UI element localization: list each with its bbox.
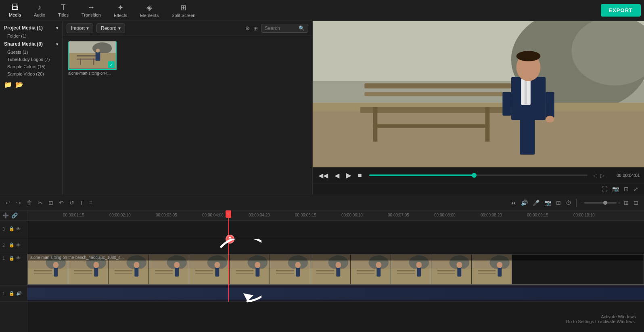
track-number-2: 2 (2, 243, 7, 248)
cut-button[interactable]: ✂ (36, 199, 44, 207)
svg-rect-97 (397, 270, 415, 271)
video-clip[interactable]: alone-man-sitting-on-the-bench_4noqujuc_… (27, 254, 644, 285)
ruler-mark-9: 00:00:08:20 (481, 213, 502, 217)
sidebar-tubebuddy[interactable]: TubeBuddy Logos (7) (0, 56, 62, 63)
screenshot-button[interactable]: 📷 (611, 185, 621, 193)
svg-rect-17 (364, 92, 511, 97)
project-media-header[interactable]: Project Media (1) ▾ (0, 23, 62, 32)
clip-header: alone-man-sitting-on-the-bench_4noqujuc_… (28, 254, 644, 261)
play-button[interactable]: ▶ (344, 170, 353, 181)
toolbar-elements[interactable]: ◈ Elements (134, 2, 164, 19)
audio-button[interactable]: 🔊 (519, 199, 529, 207)
rewind-button[interactable]: ◀◀ (317, 171, 330, 180)
fullscreen-button[interactable]: ⛶ (600, 185, 609, 193)
toolbar-split-screen[interactable]: ⊞ Split Screen (166, 2, 201, 19)
search-icon: 🔍 (299, 25, 305, 31)
toolbar-effects[interactable]: ✦ Effects (108, 2, 133, 19)
shared-media-label: Shared Media (8) (4, 41, 43, 47)
sidebar-folder[interactable]: Folder (1) (0, 32, 62, 40)
zoom-minus-icon: − (580, 200, 582, 205)
folder-icon[interactable]: 📁 (4, 81, 12, 88)
thumb-checkmark: ✓ (108, 61, 115, 68)
svg-point-93 (376, 262, 381, 268)
aspect-ratio-button[interactable]: ⊡ (622, 185, 630, 193)
toolbar-transition[interactable]: ↔ Transition (76, 2, 107, 19)
playhead-split-button[interactable] (226, 235, 234, 244)
ruler-mark-6: 00:00:06:10 (341, 213, 363, 217)
svg-rect-83 (316, 270, 335, 271)
timeline-ruler: 00:00:01:15 00:00:02:10 00:00:03:05 00:0… (27, 210, 644, 221)
volume-icon-audio[interactable]: 🔊 (16, 291, 22, 296)
link-icon[interactable]: 🔗 (11, 212, 18, 219)
search-input[interactable] (265, 25, 297, 31)
shared-media-header[interactable]: Shared Media (8) ▾ (0, 40, 62, 48)
svg-rect-105 (437, 273, 456, 274)
new-folder-icon[interactable]: 📂 (15, 81, 23, 88)
zoom-slider[interactable] (584, 202, 617, 204)
media-thumb-clip[interactable]: ☰ ✓ alone-man-sitting-on-t... (68, 42, 117, 76)
sidebar-guests[interactable]: Guests (1) (0, 48, 62, 56)
svg-rect-49 (115, 273, 133, 274)
timeline-tracks-content[interactable]: 00:00:01:15 00:00:02:10 00:00:03:05 00:0… (27, 210, 644, 332)
media-content: ☰ ✓ alone-man-sitting-on-t... (63, 36, 312, 195)
svg-rect-4 (77, 55, 98, 57)
svg-rect-16 (364, 83, 511, 88)
svg-rect-56 (155, 273, 173, 274)
ruler-mark-11: 00:00:10:10 (573, 213, 595, 217)
toolbar-elements-label: Elements (140, 13, 159, 18)
play-back-button[interactable]: ⏮ (509, 199, 518, 207)
expand-button[interactable]: ⤢ (632, 185, 640, 193)
transition-icon: ↔ (88, 3, 95, 12)
import-button[interactable]: Import ▾ (67, 23, 93, 33)
svg-point-114 (497, 262, 502, 268)
track-row-3 (27, 221, 644, 237)
lock-icon-2[interactable]: 🔒 (9, 242, 15, 248)
pip-button[interactable]: ⊡ (554, 199, 562, 207)
title-button[interactable]: T (78, 199, 85, 207)
svg-rect-34 (34, 270, 52, 271)
record-label: Record (101, 25, 117, 31)
playhead-line[interactable] (228, 210, 229, 302)
svg-point-79 (295, 262, 301, 268)
record-button[interactable]: Record ▾ (96, 23, 125, 33)
sidebar: Project Media (1) ▾ Folder (1) Shared Me… (0, 21, 63, 195)
export-button[interactable]: EXPORT (601, 4, 641, 17)
toolbar-audio-label: Audio (34, 13, 45, 17)
sidebar-sample-video[interactable]: Sample Video (20) (0, 70, 62, 78)
eye-icon-1[interactable]: 👁 (16, 256, 21, 261)
snapshot-button[interactable]: 📷 (543, 199, 553, 207)
toolbar-audio[interactable]: ♪ Audio (28, 2, 51, 19)
zoom-fit-button[interactable]: ⊞ (622, 199, 630, 207)
history-button[interactable]: ↶ (57, 199, 65, 207)
list-button[interactable]: ≡ (88, 199, 94, 207)
progress-bar[interactable] (369, 174, 588, 176)
svg-point-29 (546, 116, 554, 122)
media-toolbar: Import ▾ Record ▾ ⚙ ⊞ 🔍 (63, 21, 312, 36)
layout-button[interactable]: ⊟ (632, 199, 640, 207)
lock-icon-3[interactable]: 🔒 (9, 226, 15, 231)
stop-button[interactable]: ■ (356, 171, 364, 180)
delete-button[interactable]: 🗑 (25, 199, 34, 207)
filter-icon[interactable]: ⚙ (245, 25, 250, 32)
redo-button[interactable]: ↪ (15, 199, 23, 207)
eye-icon-3[interactable]: 👁 (16, 227, 21, 231)
refresh-button[interactable]: ↺ (68, 199, 76, 207)
lock-icon-audio[interactable]: 🔒 (9, 291, 15, 296)
grid-view-icon[interactable]: ⊞ (253, 25, 258, 32)
step-back-button[interactable]: ◀ (333, 171, 341, 180)
undo-button[interactable]: ↩ (4, 199, 12, 207)
add-media-icon[interactable]: ➕ (2, 212, 9, 219)
divider (576, 199, 577, 207)
svg-rect-25 (525, 80, 527, 104)
track-row-2 (27, 237, 644, 253)
crop-button[interactable]: ⊡ (47, 199, 55, 207)
sidebar-sample-colors[interactable]: Sample Colors (15) (0, 63, 62, 70)
eye-icon-2[interactable]: 👁 (16, 243, 21, 248)
zoom-handle[interactable] (603, 201, 607, 205)
mic-button[interactable]: 🎤 (531, 199, 541, 207)
clock-button[interactable]: ⏱ (564, 199, 573, 207)
lock-icon-1[interactable]: 🔒 (9, 256, 15, 261)
toolbar-titles[interactable]: T Titles (52, 2, 74, 19)
toolbar-media[interactable]: 🎞 Media (3, 2, 27, 19)
record-chevron-icon: ▾ (118, 25, 121, 31)
